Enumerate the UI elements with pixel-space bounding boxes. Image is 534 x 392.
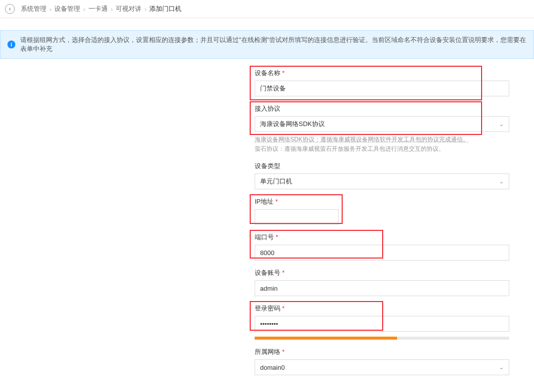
label-device-type: 设备类型 xyxy=(255,162,509,171)
network-value: domain0 xyxy=(260,364,285,371)
chevron-down-icon: ⌄ xyxy=(499,364,504,371)
info-text: 请根据组网方式，选择合适的接入协议，设置相应的连接参数；并且可以通过"在线检测"… xyxy=(20,36,527,53)
ip-input[interactable] xyxy=(255,209,339,225)
group-device-type: 设备类型 单元门口机 ⌄ xyxy=(255,162,509,189)
subheading-blank xyxy=(0,18,534,30)
group-ip: IP地址 xyxy=(255,197,509,225)
network-select[interactable]: domain0 ⌄ xyxy=(255,359,509,375)
label-password: 登录密码 xyxy=(255,304,509,313)
chevron-down-icon: ⌄ xyxy=(499,121,504,128)
password-input[interactable] xyxy=(255,316,509,332)
info-icon: i xyxy=(7,41,15,48)
protocol-value: 海康设备网络SDK协议 xyxy=(260,120,325,129)
device-type-select[interactable]: 单元门口机 ⌄ xyxy=(255,174,509,189)
hint-sdk: 海康设备网络SDK协议：遵循海康威视设备网络软件开发工具包的协议完成通信。 xyxy=(255,136,469,143)
password-strength-bar xyxy=(255,337,509,340)
chevron-right-icon: › xyxy=(83,5,85,13)
hint-ezviz: 萤石协议：遵循海康威视萤石开放服务开发工具包进行消息交互的协议。 xyxy=(255,145,445,152)
crumb-current: 添加门口机 xyxy=(149,4,181,13)
crumb-intercom[interactable]: 可视对讲 xyxy=(116,4,141,13)
crumb-card[interactable]: 一卡通 xyxy=(89,4,108,13)
device-name-input[interactable] xyxy=(255,81,509,96)
back-button[interactable]: ‹ xyxy=(5,4,15,14)
group-port: 端口号 xyxy=(255,233,509,261)
label-device-name: 设备名称 xyxy=(255,69,509,78)
crumb-sys[interactable]: 系统管理 xyxy=(21,4,46,13)
label-port: 端口号 xyxy=(255,233,509,242)
group-account: 设备账号 xyxy=(255,268,509,296)
group-device-name: 设备名称 xyxy=(255,69,509,96)
breadcrumb: ‹ 系统管理 › 设备管理 › 一卡通 › 可视对讲 › 添加门口机 xyxy=(0,0,534,18)
chevron-right-icon: › xyxy=(144,5,146,13)
chevron-right-icon: › xyxy=(111,5,113,13)
crumb-device[interactable]: 设备管理 xyxy=(54,4,80,13)
group-password: 登录密码 xyxy=(255,304,509,340)
password-strength-fill xyxy=(255,337,397,340)
info-banner: i 请根据组网方式，选择合适的接入协议，设置相应的连接参数；并且可以通过"在线检… xyxy=(0,30,534,59)
chevron-down-icon: ⌄ xyxy=(499,178,504,185)
label-ip: IP地址 xyxy=(255,197,509,206)
chevron-right-icon: › xyxy=(49,5,51,13)
device-type-value: 单元门口机 xyxy=(260,177,292,186)
label-account: 设备账号 xyxy=(255,268,509,277)
protocol-select[interactable]: 海康设备网络SDK协议 ⌄ xyxy=(255,116,509,132)
account-input[interactable] xyxy=(255,280,509,296)
protocol-hint: 海康设备网络SDK协议：遵循海康威视设备网络软件开发工具包的协议完成通信。 萤石… xyxy=(255,135,509,154)
group-protocol: 接入协议 海康设备网络SDK协议 ⌄ 海康设备网络SDK协议：遵循海康威视设备网… xyxy=(255,104,509,154)
form-area: 设备名称 接入协议 海康设备网络SDK协议 ⌄ 海康设备网络SDK协议：遵循海康… xyxy=(0,69,534,375)
label-protocol: 接入协议 xyxy=(255,104,509,113)
port-input[interactable] xyxy=(255,245,509,261)
label-network: 所属网络 xyxy=(255,348,509,356)
group-network: 所属网络 domain0 ⌄ xyxy=(255,348,509,375)
